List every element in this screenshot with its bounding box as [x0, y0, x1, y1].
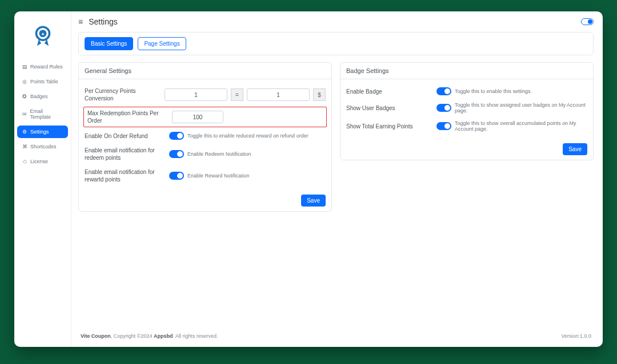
sidebar-item-label: Points Table: [30, 79, 58, 84]
save-general-button[interactable]: Save: [301, 195, 326, 207]
row-max-redemption: Max Redemption Points Per Order: [83, 107, 327, 127]
theme-toggle[interactable]: [581, 18, 594, 25]
sidebar-item-label: Reward Rules: [30, 64, 63, 70]
badges-icon: ✪: [22, 94, 27, 99]
footer-copy: , Copyright ©2024: [111, 333, 154, 339]
main: ≡ Settings Basic Settings Page Settings …: [71, 11, 603, 347]
label-show-user-badges: Show User Badges: [346, 104, 432, 112]
label-max-redemption: Max Redemption Points Per Order: [87, 110, 167, 124]
topbar: ≡ Settings: [71, 11, 603, 32]
card-header: Badge Settings: [340, 63, 593, 79]
save-badge-button[interactable]: Save: [563, 143, 587, 155]
row-enable-refund: Enable On Order Refund Toggle this to en…: [85, 128, 326, 143]
rules-icon: ▤: [22, 64, 27, 70]
license-icon: ◇: [22, 159, 27, 164]
card-header: General Settings: [79, 63, 331, 79]
footer: Vite Coupon, Copyright ©2024 Appsbd. All…: [78, 327, 594, 341]
logo: ★: [14, 17, 71, 59]
svg-text:★: ★: [41, 32, 45, 37]
sidebar-item-email-template[interactable]: ✉ Email Template: [17, 105, 68, 123]
page-title: Settings: [89, 17, 118, 26]
input-amount[interactable]: [247, 88, 310, 101]
sidebar-item-label: Email Template: [30, 108, 63, 120]
tab-basic-settings[interactable]: Basic Settings: [85, 37, 133, 50]
desc-show-total-points: Toggle this to show overall accumulated …: [455, 120, 587, 132]
footer-left: Vite Coupon, Copyright ©2024 Appsbd. All…: [81, 333, 218, 339]
toggle-enable-badge[interactable]: [436, 87, 451, 95]
desc-enable-badge: Toggle this to enable this settings.: [455, 88, 532, 94]
sidebar-item-settings[interactable]: ⚙ Settings: [17, 126, 68, 138]
sidebar-item-label: Badges: [30, 94, 48, 99]
tabbar: Basic Settings Page Settings: [78, 32, 594, 55]
sidebar: ★ ▤ Reward Rules ◎ Points Table ✪ Badges…: [14, 11, 71, 347]
currency-box: $: [313, 88, 326, 101]
email-icon: ✉: [22, 111, 27, 117]
label-enable-refund: Enable On Order Refund: [85, 132, 165, 140]
footer-rights: . All rights reserved.: [173, 333, 218, 339]
desc-enable-refund: Toggle this to enable reduced reward on …: [187, 133, 308, 139]
sidebar-item-label: License: [30, 159, 48, 164]
points-icon: ◎: [22, 79, 27, 84]
menu-toggle-icon[interactable]: ≡: [78, 17, 83, 26]
settings-icon: ⚙: [22, 129, 27, 135]
desc-show-user-badges: Toggle this to show assigned user badges…: [455, 102, 587, 114]
sidebar-item-label: Settings: [30, 129, 49, 135]
panels: General Settings Per Currency Points Con…: [78, 62, 594, 212]
sidebar-item-label: Shortcodes: [30, 144, 57, 149]
sidebar-item-reward-rules[interactable]: ▤ Reward Rules: [17, 60, 68, 73]
row-per-currency: Per Currency Points Conversion = $: [85, 84, 326, 106]
sidebar-nav: ▤ Reward Rules ◎ Points Table ✪ Badges ✉…: [14, 59, 71, 169]
toggle-reward-notif[interactable]: [169, 172, 184, 180]
general-settings-card: General Settings Per Currency Points Con…: [78, 62, 332, 212]
row-show-total-points: Show Total Earning Points Toggle this to…: [346, 117, 587, 135]
footer-product: Vite Coupon: [81, 333, 111, 339]
desc-reward-notif: Enable Reward Notification: [187, 173, 250, 179]
sidebar-item-shortcodes[interactable]: ⌘ Shortcodes: [17, 140, 68, 153]
toggle-enable-refund[interactable]: [169, 132, 184, 140]
row-reward-notif: Enable email notification for rewartd po…: [85, 165, 326, 187]
footer-version: Version:1.0.0: [561, 333, 591, 339]
sidebar-item-badges[interactable]: ✪ Badges: [17, 90, 68, 103]
badge-settings-card: Badge Settings Enable Badge Toggle this …: [340, 62, 594, 160]
toggle-show-user-badges[interactable]: [436, 104, 451, 112]
equals-box: =: [231, 88, 243, 101]
label-show-total-points: Show Total Earning Points: [346, 123, 432, 130]
tab-page-settings[interactable]: Page Settings: [138, 37, 186, 50]
toggle-show-total-points[interactable]: [436, 122, 451, 130]
row-redeem-notif: Enable email notification for redeem poi…: [85, 143, 326, 165]
sidebar-item-license[interactable]: ◇ License: [17, 155, 68, 168]
row-enable-badge: Enable Badge Toggle this to enable this …: [346, 84, 587, 99]
content: Basic Settings Page Settings General Set…: [71, 32, 603, 347]
row-show-user-badges: Show User Badges Toggle this to show ass…: [346, 99, 587, 117]
input-max-redemption[interactable]: [172, 111, 223, 123]
footer-company: Appsbd: [154, 333, 173, 339]
badge-logo-icon: ★: [30, 23, 56, 49]
sidebar-item-points-table[interactable]: ◎ Points Table: [17, 75, 68, 88]
label-per-currency: Per Currency Points Conversion: [85, 87, 160, 102]
app-window: ★ ▤ Reward Rules ◎ Points Table ✪ Badges…: [14, 11, 603, 347]
label-redeem-notif: Enable email notification for redeem poi…: [85, 147, 165, 161]
desc-redeem-notif: Enable Redeem Notification: [187, 151, 251, 157]
label-reward-notif: Enable email notification for rewartd po…: [85, 168, 165, 183]
input-points[interactable]: [165, 88, 227, 101]
shortcodes-icon: ⌘: [22, 144, 27, 149]
label-enable-badge: Enable Badge: [346, 88, 432, 95]
toggle-redeem-notif[interactable]: [169, 150, 184, 158]
